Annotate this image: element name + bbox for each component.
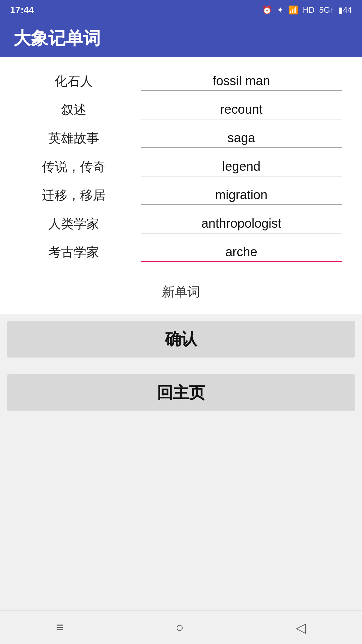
word-row: 英雄故事 (20, 124, 342, 153)
home-nav-icon[interactable]: ○ (176, 620, 184, 635)
chinese-label: 迁移，移居 (20, 187, 127, 204)
english-input[interactable] (141, 129, 342, 148)
english-input-wrap (141, 214, 342, 233)
alarm-icon: ⏰ (262, 5, 272, 15)
bluetooth-icon: ✦ (277, 5, 284, 15)
menu-icon[interactable]: ≡ (56, 620, 64, 635)
new-word-label: 新单词 (20, 283, 342, 301)
word-row: 迁移，移居 (20, 181, 342, 210)
word-row: 考古学家 (20, 238, 342, 267)
chinese-label: 英雄故事 (20, 130, 127, 147)
english-input[interactable] (141, 214, 342, 233)
button-area: 确认 回主页 (0, 314, 362, 418)
english-input-wrap (141, 72, 342, 91)
word-row: 传说，传奇 (20, 153, 342, 181)
english-input-wrap (141, 243, 342, 262)
app-title: 大象记单词 (13, 27, 101, 50)
english-input-wrap (141, 129, 342, 148)
english-input-wrap (141, 100, 342, 119)
english-input[interactable] (141, 100, 342, 119)
chinese-label: 传说，传奇 (20, 158, 127, 175)
english-input[interactable] (141, 157, 342, 176)
status-bar: 17:44 ⏰ ✦ 📶 HD 5G↑ ▮44 (0, 0, 362, 20)
word-row: 人类学家 (20, 210, 342, 238)
status-time: 17:44 (10, 5, 34, 15)
chinese-label: 化石人 (20, 73, 127, 90)
chinese-label: 考古学家 (20, 244, 127, 261)
word-list: 化石人 叙述 英雄故事 传说，传奇 迁移，移居 人类学家 (0, 57, 362, 280)
chinese-label: 人类学家 (20, 215, 127, 232)
nav-bar: ≡ ○ ◁ (0, 610, 362, 644)
confirm-button[interactable]: 确认 (7, 321, 355, 358)
app-bar: 大象记单词 (0, 20, 362, 57)
battery-icon: ▮44 (339, 5, 352, 15)
english-input-wrap (141, 186, 342, 205)
status-icons: ⏰ ✦ 📶 HD 5G↑ ▮44 (262, 5, 352, 15)
english-input-active[interactable] (141, 243, 342, 262)
english-input[interactable] (141, 72, 342, 91)
network-icon: 5G↑ (319, 5, 334, 15)
english-input-wrap (141, 157, 342, 176)
word-row: 化石人 (20, 67, 342, 96)
home-button[interactable]: 回主页 (7, 374, 355, 411)
wifi-icon: 📶 (288, 5, 298, 15)
english-input[interactable] (141, 186, 342, 205)
word-row: 叙述 (20, 96, 342, 124)
chinese-label: 叙述 (20, 101, 127, 118)
new-word-section: 新单词 (0, 280, 362, 314)
hd-icon: HD (303, 5, 315, 15)
back-icon[interactable]: ◁ (296, 620, 306, 635)
